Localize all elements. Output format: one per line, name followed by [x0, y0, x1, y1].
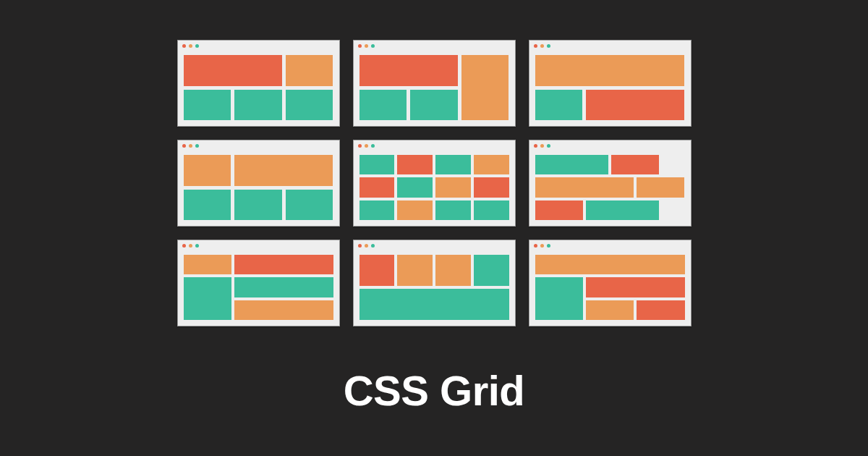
grid-cell [461, 55, 509, 120]
window-titlebar [354, 41, 515, 51]
grid-cell [286, 90, 333, 121]
grid-cell [586, 300, 634, 320]
grid-cell [474, 177, 509, 197]
grid-cell [359, 255, 395, 286]
grid-cell [359, 177, 395, 197]
grid-cell [286, 55, 333, 86]
traffic-light-close-icon [358, 144, 362, 148]
grid-cell [435, 155, 471, 174]
grid-cell [535, 155, 608, 174]
window-titlebar [178, 240, 339, 250]
layout-window-4 [177, 140, 340, 227]
page-title: CSS Grid [344, 366, 525, 415]
traffic-light-minimize-icon [365, 144, 368, 148]
grid-cell [397, 155, 433, 174]
grid-cell [184, 277, 231, 320]
grid-cell [474, 155, 509, 174]
grid-cell [359, 90, 407, 121]
traffic-light-minimize-icon [189, 44, 192, 48]
traffic-light-minimize-icon [540, 44, 544, 48]
traffic-light-close-icon [358, 244, 362, 248]
grid-cell [535, 177, 634, 197]
grid-cell [359, 155, 395, 174]
traffic-light-minimize-icon [365, 44, 368, 48]
grid-cell [184, 55, 282, 86]
grid-cell [535, 277, 583, 320]
grid-cell [359, 200, 395, 220]
grid-cell [586, 277, 685, 297]
traffic-light-zoom-icon [195, 144, 199, 148]
traffic-light-close-icon [534, 44, 537, 48]
layout-body [354, 51, 515, 126]
traffic-light-zoom-icon [547, 144, 550, 148]
window-titlebar [178, 140, 339, 151]
traffic-light-zoom-icon [371, 144, 375, 148]
traffic-light-minimize-icon [540, 244, 544, 248]
grid-cell [286, 190, 333, 221]
grid-cell [234, 255, 333, 274]
grid-cell [637, 177, 684, 197]
traffic-light-minimize-icon [189, 244, 192, 248]
layout-body [178, 51, 339, 126]
grid-cell [586, 90, 684, 121]
grid-cell [435, 200, 471, 220]
grid-cell [435, 177, 471, 197]
traffic-light-zoom-icon [547, 44, 550, 48]
grid-cell [359, 55, 458, 86]
layout-window-9 [529, 240, 692, 326]
traffic-light-zoom-icon [195, 244, 199, 248]
grid-cell [359, 289, 509, 320]
layout-body [178, 250, 339, 326]
traffic-light-close-icon [534, 144, 537, 148]
grid-cell [184, 155, 231, 186]
grid-cell [535, 55, 685, 86]
layout-window-3 [529, 40, 692, 127]
grid-cell [474, 200, 509, 220]
grid-cell [234, 90, 282, 121]
grid-cell [397, 177, 433, 197]
layout-examples-grid [177, 40, 692, 326]
grid-cell [397, 255, 433, 286]
window-titlebar [529, 240, 691, 250]
grid-cell [535, 255, 685, 274]
grid-cell [234, 155, 333, 186]
grid-cell [410, 90, 458, 121]
layout-window-7 [177, 240, 340, 326]
grid-cell [184, 90, 231, 121]
layout-body [529, 51, 691, 126]
grid-cell [535, 90, 583, 121]
traffic-light-zoom-icon [371, 44, 375, 48]
layout-window-5 [353, 140, 516, 227]
grid-cell [435, 255, 471, 286]
layout-body [354, 250, 515, 326]
layout-body [178, 151, 339, 226]
traffic-light-close-icon [182, 244, 186, 248]
grid-cell [611, 155, 659, 174]
layout-body [529, 250, 691, 326]
grid-cell [184, 190, 231, 221]
traffic-light-zoom-icon [371, 244, 375, 248]
layout-window-6 [529, 140, 692, 227]
grid-cell [535, 200, 583, 220]
traffic-light-minimize-icon [540, 144, 544, 148]
traffic-light-close-icon [358, 44, 362, 48]
layout-window-8 [353, 240, 516, 326]
layout-window-2 [353, 40, 516, 127]
grid-cell [234, 277, 333, 297]
traffic-light-minimize-icon [365, 244, 368, 248]
window-titlebar [178, 41, 339, 51]
grid-cell [474, 255, 509, 286]
traffic-light-close-icon [534, 244, 537, 248]
grid-cell [234, 300, 333, 320]
layout-body [529, 151, 691, 226]
grid-cell [397, 200, 433, 220]
traffic-light-zoom-icon [195, 44, 199, 48]
traffic-light-close-icon [182, 144, 186, 148]
window-titlebar [354, 140, 515, 151]
layout-window-1 [177, 40, 340, 127]
layout-body [354, 151, 515, 226]
traffic-light-minimize-icon [189, 144, 192, 148]
window-titlebar [354, 240, 515, 250]
window-titlebar [529, 41, 691, 51]
window-titlebar [529, 140, 691, 151]
